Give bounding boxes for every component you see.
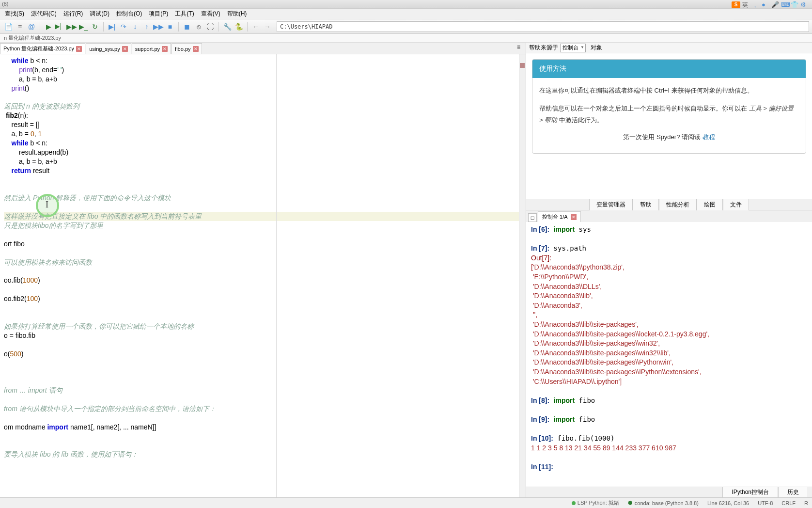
console-tabs-row: □ 控制台 1/A ✕ bbox=[526, 210, 812, 222]
status-perm: R bbox=[804, 500, 808, 506]
menu-item[interactable]: 查找(S) bbox=[2, 9, 27, 19]
status-eol: CRLF bbox=[781, 500, 796, 506]
status-encoding: UTF-8 bbox=[758, 500, 773, 506]
ime-skin-icon[interactable]: 👕 bbox=[791, 1, 798, 9]
working-dir-input[interactable] bbox=[277, 21, 809, 32]
tab-label: support.py bbox=[135, 46, 160, 52]
tabs-overflow-icon[interactable]: ≡ bbox=[517, 44, 525, 51]
menu-item[interactable]: 查看(V) bbox=[198, 9, 223, 19]
right-panel: 帮助来源于 控制台 对象 使用方法 在这里你可以通过在编辑器或者终端中按 Ctr… bbox=[526, 43, 812, 497]
new-file-button[interactable]: 📄 bbox=[3, 21, 14, 32]
step-out-button[interactable]: ↑ bbox=[141, 21, 152, 32]
conda-icon: ⬢ bbox=[628, 500, 633, 506]
run-selection-button[interactable]: ▶_ bbox=[78, 21, 89, 32]
tab-label: fibo.py bbox=[175, 46, 190, 52]
open-file-button[interactable]: ≡ bbox=[15, 21, 25, 32]
menu-item[interactable]: 项目(P) bbox=[146, 9, 171, 19]
ime-keyboard-icon[interactable]: ⌨ bbox=[781, 1, 789, 9]
preferences-button[interactable]: 🔧 bbox=[222, 21, 233, 32]
help-source-combo[interactable]: 控制台 bbox=[560, 44, 586, 52]
step-over-button[interactable]: ↷ bbox=[118, 21, 129, 32]
console-tab-label: 控制台 1/A bbox=[542, 213, 568, 221]
text-cursor-icon: I bbox=[46, 199, 48, 210]
pane-tab[interactable]: 性能分析 bbox=[659, 199, 697, 210]
code-editor[interactable]: while b < n: print(b, end=' ') a, b = b,… bbox=[0, 54, 526, 497]
tab-close-icon[interactable]: ✕ bbox=[162, 46, 168, 52]
rerun-button[interactable]: ↻ bbox=[90, 21, 100, 32]
file-path-label: n 量化编程基础-2023.py bbox=[4, 34, 61, 42]
status-lsp: LSP Python: 就绪 bbox=[572, 499, 619, 507]
help-object-label: 对象 bbox=[591, 44, 602, 52]
maximize-button[interactable]: ⛶ bbox=[205, 21, 216, 32]
menu-item[interactable]: 控制台(O) bbox=[113, 9, 145, 19]
menu-item[interactable]: 运行(R) bbox=[61, 9, 86, 19]
ime-lang-label[interactable]: 英 bbox=[742, 1, 750, 9]
status-conda[interactable]: ⬢conda: base (Python 3.8.8) bbox=[628, 500, 699, 506]
tutorial-link[interactable]: 教程 bbox=[703, 133, 715, 141]
save-button[interactable]: @ bbox=[26, 21, 37, 32]
menu-item[interactable]: 帮助(H) bbox=[224, 9, 250, 19]
tab-close-icon[interactable]: ✕ bbox=[76, 46, 82, 52]
lsp-status-led-icon bbox=[572, 501, 576, 505]
stop-button[interactable]: ◼ bbox=[182, 21, 192, 32]
ime-user-icon[interactable]: ● bbox=[762, 1, 769, 9]
pane-tab[interactable]: 帮助 bbox=[633, 199, 659, 210]
editor-tabs-row: Python 量化编程基础-2023.py✕using_sys.py✕suppo… bbox=[0, 43, 526, 54]
sogou-ime-icon[interactable]: S bbox=[732, 1, 740, 8]
title-bar: (8) S 英 ， ● 🎤 ⌨ 👕 ⚙ bbox=[0, 0, 812, 9]
tab-close-icon[interactable]: ✕ bbox=[122, 46, 128, 52]
menu-item[interactable]: 源代码(C) bbox=[28, 9, 60, 19]
help-card-content: 在这里你可以通过在编辑器或者终端中按 Ctrl+I 来获得任何对象的帮助信息。 … bbox=[532, 78, 806, 153]
nav-back-button[interactable]: ← bbox=[250, 21, 261, 32]
exit-button[interactable]: ⎋ bbox=[193, 21, 204, 32]
console-bottom-tabs: IPython控制台历史 bbox=[526, 487, 812, 497]
pane-tab[interactable]: 文件 bbox=[723, 199, 749, 210]
editor-tab[interactable]: Python 量化编程基础-2023.py✕ bbox=[0, 43, 85, 54]
menu-bar: 查找(S)源代码(C)运行(R)调试(D)控制台(O)项目(P)工具(T)查看(… bbox=[0, 9, 812, 19]
menu-item[interactable]: 调试(D) bbox=[87, 9, 112, 19]
editor-scrollbar[interactable] bbox=[519, 54, 526, 497]
help-p1: 在这里你可以通过在编辑器或者终端中按 Ctrl+I 来获得任何对象的帮助信息。 bbox=[539, 85, 799, 97]
console-options-button[interactable]: □ bbox=[528, 213, 537, 222]
status-cursor-pos: Line 6216, Col 36 bbox=[707, 500, 749, 506]
console-tab-1a[interactable]: 控制台 1/A ✕ bbox=[538, 211, 581, 222]
run-cell-advance-button[interactable]: ▶▶ bbox=[66, 21, 77, 32]
help-pane-tabs: 变量管理器帮助性能分析绘图文件 bbox=[526, 199, 812, 210]
run-cell-button[interactable]: ▶⎸ bbox=[55, 21, 65, 32]
tab-label: Python 量化编程基础-2023.py bbox=[3, 45, 74, 52]
main-toolbar: 📄 ≡ @ ▶ ▶⎸ ▶▶ ▶_ ↻ ▶| ↷ ↓ ↑ ▶▶ ■ ◼ ⎋ ⛶ 🔧… bbox=[0, 19, 812, 34]
console-tab-close-icon[interactable]: ✕ bbox=[571, 214, 577, 220]
pane-tab[interactable]: 绘图 bbox=[697, 199, 723, 210]
tab-label: using_sys.py bbox=[89, 46, 120, 52]
editor-tab[interactable]: using_sys.py✕ bbox=[86, 43, 131, 54]
bottom-tab[interactable]: 历史 bbox=[778, 487, 808, 497]
ipython-console[interactable]: In [6]: import sys In [7]: sys.path Out[… bbox=[526, 222, 812, 487]
help-card-title: 使用方法 bbox=[532, 60, 806, 78]
status-bar: LSP Python: 就绪 ⬢conda: base (Python 3.8.… bbox=[0, 497, 812, 508]
help-card: 使用方法 在这里你可以通过在编辑器或者终端中按 Ctrl+I 来获得任何对象的帮… bbox=[532, 59, 806, 154]
step-into-button[interactable]: ↓ bbox=[130, 21, 141, 32]
stop-debug-button[interactable]: ■ bbox=[165, 21, 175, 32]
tab-close-icon[interactable]: ✕ bbox=[193, 46, 199, 52]
nav-forward-button[interactable]: → bbox=[262, 21, 273, 32]
menu-item[interactable]: 工具(T) bbox=[172, 9, 197, 19]
ime-tool-icon[interactable]: ⚙ bbox=[800, 1, 808, 9]
help-header: 帮助来源于 控制台 对象 bbox=[526, 43, 812, 53]
pythonpath-button[interactable]: 🐍 bbox=[234, 21, 244, 32]
help-p2: 帮助信息可以在一个对象之后加上一个左圆括号的时候自动显示。你可以在 工具 > 偏… bbox=[539, 103, 799, 127]
code-ruler bbox=[276, 54, 277, 497]
ime-punct-icon[interactable]: ， bbox=[752, 1, 760, 9]
bottom-tab[interactable]: IPython控制台 bbox=[722, 487, 778, 497]
help-footer: 第一次使用 Spyder? 请阅读 教程 bbox=[539, 127, 799, 146]
editor-panel: Python 量化编程基础-2023.py✕using_sys.py✕suppo… bbox=[0, 43, 526, 497]
help-pane: 使用方法 在这里你可以通过在编辑器或者终端中按 Ctrl+I 来获得任何对象的帮… bbox=[526, 53, 812, 199]
ime-toolbar: S 英 ， ● 🎤 ⌨ 👕 ⚙ bbox=[732, 1, 808, 9]
pane-tab[interactable]: 变量管理器 bbox=[589, 199, 633, 210]
editor-tab[interactable]: fibo.py✕ bbox=[172, 43, 202, 54]
editor-tab[interactable]: support.py✕ bbox=[132, 43, 171, 54]
run-file-button[interactable]: ▶ bbox=[43, 21, 54, 32]
breadcrumb: n 量化编程基础-2023.py bbox=[0, 34, 812, 43]
ime-mic-icon[interactable]: 🎤 bbox=[771, 1, 779, 9]
continue-button[interactable]: ▶▶ bbox=[153, 21, 164, 32]
debug-button[interactable]: ▶| bbox=[107, 21, 117, 32]
